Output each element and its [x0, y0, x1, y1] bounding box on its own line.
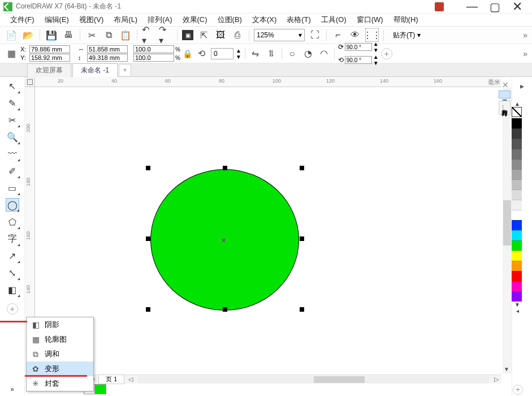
ruler-corner[interactable] [25, 77, 35, 87]
docker-close-icon[interactable]: × [502, 79, 508, 91]
menu-help[interactable]: 帮助(H) [389, 14, 423, 26]
freehand-tool[interactable]: 〰 [6, 147, 19, 161]
color-swatch[interactable] [512, 261, 522, 271]
handle-nw[interactable] [146, 166, 150, 170]
handle-e[interactable] [300, 236, 304, 241]
menu-tools[interactable]: 工具(O) [317, 14, 351, 26]
flyout-shadow[interactable]: ◧阴影 [27, 317, 93, 332]
color-swatch[interactable] [512, 281, 522, 291]
color-swatch[interactable] [512, 149, 522, 159]
arc-button[interactable]: ◠ [317, 47, 331, 61]
color-swatch[interactable] [512, 291, 522, 302]
cut-button[interactable]: ✂ [85, 28, 98, 42]
vscroll-thumb[interactable] [503, 200, 511, 246]
ellipse-tool[interactable]: ◯ [6, 198, 19, 212]
paste-button[interactable]: 📋 [119, 28, 132, 42]
rotate-stepper[interactable]: ▲▼ [236, 48, 241, 60]
x-input[interactable] [29, 45, 70, 53]
hscroll-track[interactable] [138, 376, 489, 383]
flyout-envelope[interactable]: ✳封套 [27, 376, 93, 391]
effects-tool[interactable]: ◧ [6, 283, 19, 296]
palette-down[interactable]: ▼ [512, 302, 523, 308]
copy-button[interactable]: ⧉ [102, 28, 115, 42]
vscroll-down[interactable]: ▼ [504, 366, 509, 372]
scroll-right[interactable]: ▷ [491, 376, 501, 383]
angle1-input[interactable] [345, 43, 372, 51]
menu-layout[interactable]: 布局(L) [109, 14, 142, 26]
color-swatch[interactable] [512, 200, 522, 210]
grid-button[interactable]: ⋮⋮ [365, 28, 379, 42]
ellipse-button[interactable]: ○ [286, 47, 299, 61]
origin-button[interactable]: ▦ [5, 47, 18, 61]
menu-effects[interactable]: 效果(C) [178, 14, 212, 26]
palette-menu[interactable]: ◂ [512, 308, 523, 314]
canvas[interactable]: × [35, 87, 501, 373]
dimension-tool[interactable]: ↗ [6, 249, 19, 262]
menu-text[interactable]: 文本(X) [248, 14, 281, 26]
pie-button[interactable]: ◔ [301, 47, 315, 61]
mirror-h-button[interactable]: ⇋ [249, 47, 262, 61]
color-swatch[interactable] [512, 230, 522, 240]
flyout-blend[interactable]: ⧉调和 [27, 347, 93, 361]
docker-align[interactable]: 对齐与分布… [499, 101, 511, 115]
handle-w[interactable] [146, 236, 150, 241]
hscroll-thumb[interactable] [314, 376, 365, 383]
export-button[interactable]: ⇱ [197, 28, 210, 42]
rectangle-tool[interactable]: ▭ [6, 181, 19, 195]
open-button[interactable]: 📂 [21, 28, 35, 42]
fullscreen-button[interactable]: ⛶ [308, 28, 322, 42]
add-tool-button[interactable]: + [7, 303, 18, 315]
toolbox-overflow[interactable]: » [6, 382, 19, 396]
minimize-button[interactable]: — [461, 0, 483, 13]
flyout-distort[interactable]: ✿变形 [27, 361, 93, 376]
undo-button[interactable]: ↶ ▾ [142, 28, 155, 42]
color-swatch[interactable] [512, 271, 522, 281]
text-tool[interactable]: 字 [6, 232, 19, 246]
redo-button[interactable]: ↷ ▾ [159, 28, 172, 42]
fill-swatch[interactable] [95, 384, 106, 394]
zoom-select[interactable]: 125%▾ [254, 29, 305, 41]
handle-sw[interactable] [146, 307, 150, 312]
color-swatch[interactable] [512, 128, 522, 139]
new-button[interactable]: 📄 [5, 28, 18, 42]
height-input[interactable] [87, 54, 128, 62]
add-prop-button[interactable]: + [381, 48, 392, 59]
import-button[interactable]: ▣ [182, 30, 193, 40]
flyout-contour[interactable]: ▦轮廓图 [27, 332, 93, 347]
docker-arrow-icon[interactable]: ▸ [520, 81, 524, 91]
menu-view[interactable]: 视图(V) [75, 14, 108, 26]
color-swatch[interactable] [512, 139, 522, 149]
docker-hints[interactable]: 提示 [499, 91, 511, 98]
menu-bitmap[interactable]: 位图(B) [213, 14, 246, 26]
rulers-button[interactable]: ⌐ [331, 28, 345, 42]
color-swatch[interactable] [512, 159, 522, 169]
color-swatch[interactable] [512, 220, 522, 230]
handle-s[interactable] [223, 307, 227, 312]
handle-n[interactable] [223, 166, 227, 170]
palette-add-button[interactable]: + [513, 385, 523, 395]
y-input[interactable] [29, 54, 70, 62]
scroll-left[interactable]: ◁ [126, 376, 136, 383]
propbar-overflow[interactable]: » [523, 49, 527, 58]
scale-x-input[interactable] [133, 45, 174, 53]
save-button[interactable]: 💾 [45, 28, 58, 42]
color-swatch[interactable] [512, 251, 522, 261]
color-swatch[interactable] [512, 240, 522, 251]
pick-tool[interactable]: ↖ [6, 79, 19, 93]
print-button[interactable]: 🖶 [62, 28, 75, 42]
angle2-input[interactable] [345, 56, 372, 64]
pdf-button[interactable]: ⎙ [231, 28, 244, 42]
tab-welcome[interactable]: 欢迎屏幕 [27, 63, 71, 77]
toolbar-overflow[interactable]: » [523, 31, 527, 40]
user-icon[interactable] [435, 2, 444, 11]
palette-up[interactable]: ▲ [512, 101, 523, 107]
lock-ratio-icon[interactable]: 🔒 [183, 49, 193, 58]
color-swatch[interactable] [512, 169, 522, 179]
menu-file[interactable]: 文件(F) [6, 14, 39, 26]
handle-se[interactable] [300, 307, 304, 312]
tab-document[interactable]: 未命名 -1 [72, 63, 118, 77]
polygon-tool[interactable]: ⬠ [6, 215, 19, 229]
no-color-swatch[interactable] [512, 107, 522, 117]
publish-button[interactable]: 🖾 [214, 28, 227, 42]
color-swatch[interactable] [512, 179, 522, 190]
